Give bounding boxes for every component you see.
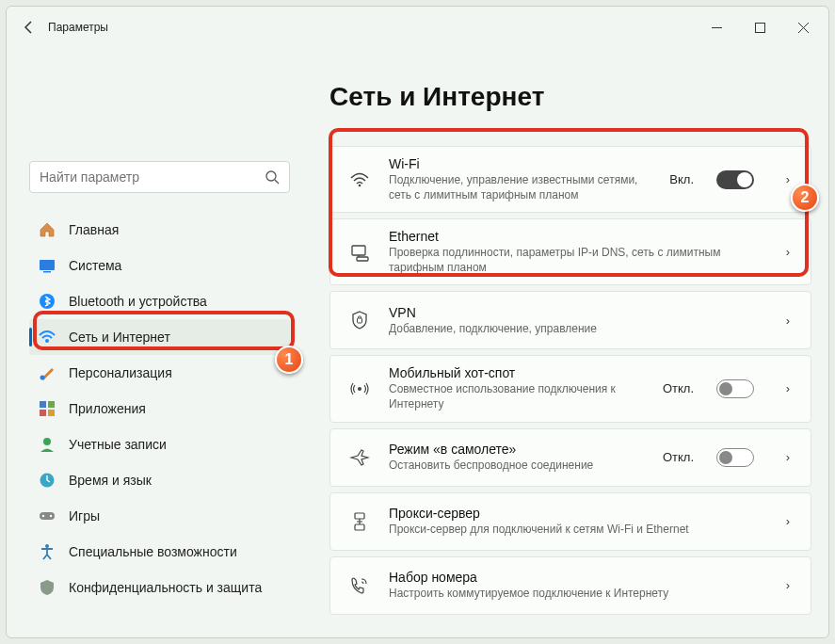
nav-label: Приложения — [69, 401, 146, 416]
window-title: Параметры — [48, 21, 108, 34]
wifi-icon — [39, 329, 56, 346]
svg-rect-1 — [755, 23, 764, 32]
nav-gaming[interactable]: Игры — [29, 498, 290, 534]
chevron-right-icon: › — [779, 245, 797, 259]
chevron-right-icon: › — [779, 381, 797, 395]
system-icon — [39, 257, 56, 274]
card-title: VPN — [389, 305, 754, 320]
home-icon — [39, 221, 56, 238]
nav-home[interactable]: Главная — [29, 212, 290, 248]
nav-label: Bluetooth и устройства — [69, 294, 207, 309]
shield-icon — [39, 579, 56, 596]
main-panel: Сеть и Интернет Wi-Fi Подключение, управ… — [303, 48, 828, 637]
card-wifi[interactable]: Wi-Fi Подключение, управление известными… — [329, 146, 811, 213]
nav-network[interactable]: Сеть и Интернет — [29, 319, 290, 355]
nav-label: Время и язык — [69, 473, 152, 488]
card-desc: Остановить беспроводное соединение — [389, 459, 646, 474]
airplane-status: Откл. — [663, 450, 694, 464]
nav-label: Главная — [69, 222, 119, 237]
phone-icon — [347, 575, 372, 596]
svg-rect-12 — [48, 410, 55, 416]
maximize-button[interactable] — [738, 12, 781, 42]
svg-point-7 — [45, 339, 49, 343]
ethernet-icon — [347, 242, 372, 263]
svg-rect-11 — [40, 410, 46, 416]
nav-list: Главная Система Bluetooth и устройства С… — [29, 212, 290, 605]
svg-line-3 — [275, 180, 279, 184]
nav-label: Персонализация — [69, 365, 172, 380]
hotspot-toggle[interactable] — [716, 379, 754, 398]
nav-bluetooth[interactable]: Bluetooth и устройства — [29, 283, 290, 319]
nav-personalization[interactable]: Персонализация — [29, 355, 290, 391]
nav-label: Конфиденциальность и защита — [69, 580, 262, 595]
svg-point-17 — [50, 515, 52, 517]
svg-point-19 — [359, 184, 361, 186]
card-airplane[interactable]: Режим «в самолете» Остановить беспроводн… — [329, 428, 811, 487]
accessibility-icon — [39, 543, 56, 560]
card-desc: Прокси-сервер для подключений к сетям Wi… — [389, 523, 754, 538]
svg-rect-9 — [40, 401, 46, 408]
nav-accounts[interactable]: Учетные записи — [29, 427, 290, 462]
wifi-icon — [347, 169, 372, 190]
nav-system[interactable]: Система — [29, 248, 290, 283]
svg-rect-10 — [48, 401, 55, 408]
card-vpn[interactable]: VPN Добавление, подключение, управление … — [329, 291, 811, 349]
search-input[interactable] — [40, 169, 265, 185]
svg-point-24 — [358, 387, 361, 391]
nav-apps[interactable]: Приложения — [29, 391, 290, 427]
card-dialup[interactable]: Набор номера Настроить коммутируемое под… — [329, 556, 811, 615]
svg-point-8 — [40, 376, 45, 380]
person-icon — [39, 436, 56, 453]
svg-rect-25 — [355, 513, 364, 519]
lock-shield-icon — [347, 310, 372, 330]
settings-list: Wi-Fi Подключение, управление известными… — [329, 146, 811, 615]
titlebar: Параметры — [7, 7, 828, 48]
clock-icon — [39, 472, 56, 489]
card-desc: Проверка подлинности, параметры IP-и DNS… — [389, 246, 754, 275]
window-controls — [695, 12, 825, 42]
nav-accessibility[interactable]: Специальные возможности — [29, 534, 290, 570]
svg-point-2 — [266, 171, 276, 181]
back-button[interactable] — [10, 8, 48, 46]
chevron-right-icon: › — [779, 450, 797, 464]
card-title: Мобильный хот-спот — [389, 365, 646, 380]
search-box[interactable] — [29, 161, 290, 193]
card-ethernet[interactable]: Ethernet Проверка подлинности, параметры… — [329, 218, 811, 285]
nav-privacy[interactable]: Конфиденциальность и защита — [29, 570, 290, 605]
svg-rect-20 — [352, 246, 365, 255]
svg-rect-4 — [40, 260, 55, 270]
airplane-icon — [347, 447, 372, 468]
settings-window: Параметры Главная Система — [6, 6, 829, 638]
brush-icon — [39, 364, 56, 381]
card-hotspot[interactable]: Мобильный хот-спот Совместное использова… — [329, 355, 811, 422]
chevron-right-icon: › — [779, 514, 797, 528]
card-desc: Подключение, управление известными сетям… — [389, 173, 652, 202]
card-title: Wi-Fi — [389, 156, 652, 171]
svg-point-13 — [43, 438, 51, 445]
bluetooth-icon — [39, 293, 56, 310]
annotation-marker-1: 1 — [275, 346, 303, 374]
gamepad-icon — [39, 507, 56, 524]
airplane-toggle[interactable] — [716, 448, 754, 467]
wifi-toggle[interactable] — [716, 170, 754, 189]
card-title: Режим «в самолете» — [389, 442, 646, 457]
nav-label: Учетные записи — [69, 437, 167, 452]
nav-label: Игры — [69, 508, 100, 523]
nav-label: Система — [69, 258, 121, 273]
close-button[interactable] — [781, 12, 825, 42]
card-title: Набор номера — [389, 570, 754, 585]
minimize-button[interactable] — [695, 12, 738, 42]
wifi-status: Вкл. — [669, 172, 694, 186]
card-title: Прокси-сервер — [389, 506, 754, 521]
hotspot-icon — [347, 378, 372, 399]
chevron-right-icon: › — [779, 172, 797, 186]
svg-point-16 — [42, 515, 44, 517]
nav-time[interactable]: Время и язык — [29, 462, 290, 498]
search-icon — [265, 170, 280, 185]
svg-rect-23 — [358, 318, 362, 323]
card-desc: Совместное использование подключения к И… — [389, 382, 646, 411]
chevron-right-icon: › — [779, 314, 797, 328]
annotation-marker-2: 2 — [791, 184, 819, 212]
card-desc: Настроить коммутируемое подключение к Ин… — [389, 587, 754, 602]
card-proxy[interactable]: Прокси-сервер Прокси-сервер для подключе… — [329, 492, 811, 551]
